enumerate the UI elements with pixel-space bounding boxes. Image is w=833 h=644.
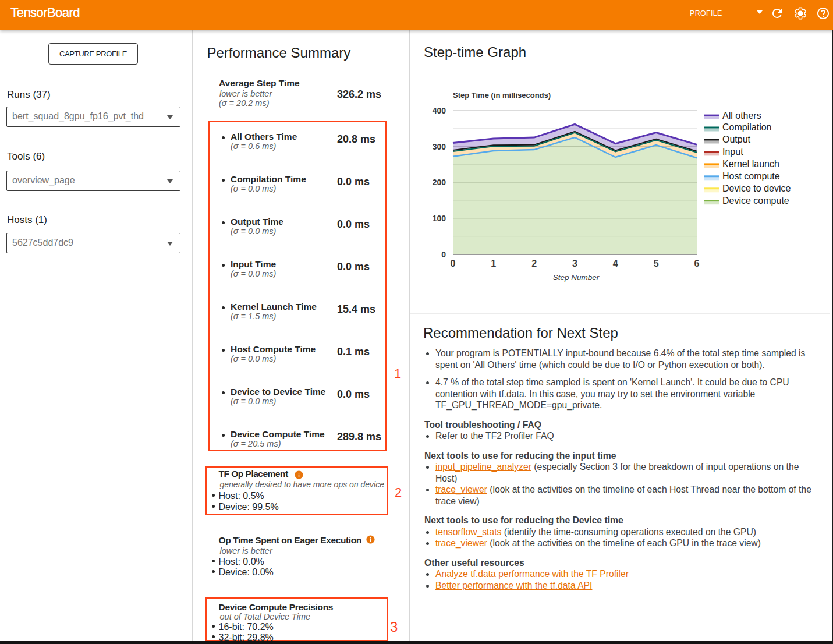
svg-text:Kernel launch: Kernel launch (722, 159, 779, 169)
svg-text:0: 0 (451, 259, 456, 268)
svg-text:200: 200 (433, 178, 446, 187)
svg-text:Host compute: Host compute (722, 171, 780, 181)
svg-text:Device compute: Device compute (722, 196, 789, 206)
svg-text:5: 5 (654, 259, 659, 268)
svg-text:400: 400 (433, 106, 446, 115)
svg-text:4: 4 (613, 259, 618, 268)
svg-text:Step Number: Step Number (553, 273, 600, 282)
svg-text:0: 0 (441, 250, 446, 259)
svg-text:300: 300 (433, 142, 446, 151)
svg-text:Output: Output (722, 135, 751, 144)
svg-text:Compilation: Compilation (722, 122, 771, 132)
svg-text:100: 100 (433, 214, 446, 223)
svg-text:2: 2 (531, 259, 537, 268)
svg-text:1: 1 (491, 259, 496, 268)
svg-text:All others: All others (722, 111, 761, 121)
svg-text:6: 6 (694, 259, 700, 268)
svg-text:Device to device: Device to device (722, 183, 791, 193)
svg-text:3: 3 (572, 259, 577, 268)
svg-text:Input: Input (722, 147, 743, 157)
